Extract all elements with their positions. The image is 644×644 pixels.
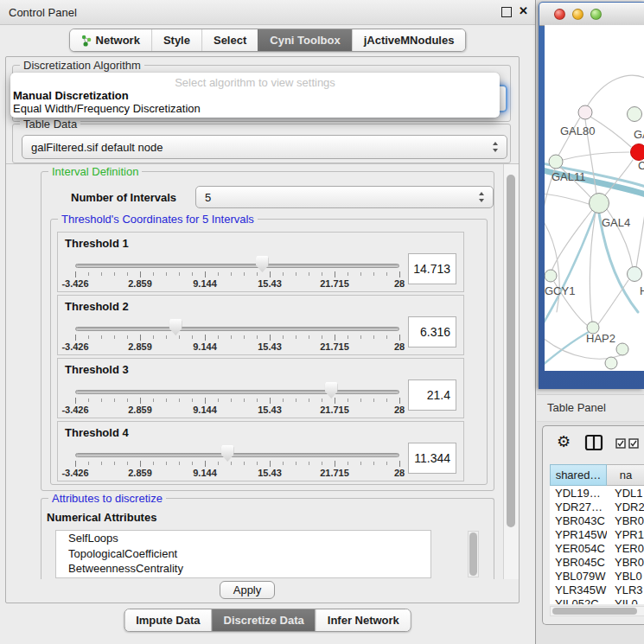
table-row[interactable]: YDL19…YDL1 <box>550 486 644 500</box>
table-row[interactable]: YIL052CYIL0 <box>550 596 644 604</box>
threshold-slider[interactable]: -3.4262.8599.14415.4321.71528 <box>75 379 399 416</box>
tab-cyni-toolbox[interactable]: Cyni Toolbox <box>258 29 351 51</box>
slider-track[interactable] <box>75 390 399 394</box>
network-edge[interactable] <box>545 212 596 324</box>
threshold-value-field[interactable]: 11.344 <box>408 443 456 474</box>
tab-jactivemnodules[interactable]: jActiveMNodules <box>352 29 466 51</box>
table-horizontal-scrollbar[interactable] <box>550 606 644 616</box>
network-edge[interactable] <box>563 152 629 160</box>
table-cell[interactable]: YBR0 <box>607 514 644 527</box>
table-row[interactable]: YBR043CYBR0 <box>550 513 644 527</box>
checkbox-icon[interactable] <box>628 438 639 449</box>
table-row[interactable]: YDR27…YDR2 <box>550 500 644 513</box>
table-row[interactable]: YER054CYER0 <box>550 541 644 555</box>
table-cell[interactable]: YLR3 <box>607 583 644 596</box>
network-edge[interactable] <box>590 213 596 322</box>
table-cell[interactable]: YPR1 <box>607 528 644 541</box>
slider-track[interactable] <box>75 327 399 331</box>
minimize-traffic-light[interactable] <box>572 9 583 20</box>
threshold-value-field[interactable]: 14.713 <box>408 253 456 284</box>
close-icon[interactable]: ✕ <box>519 5 528 17</box>
network-edge[interactable] <box>590 117 631 147</box>
settings-vertical-scrollbar[interactable] <box>503 164 519 579</box>
network-node-GAL80[interactable] <box>578 105 592 119</box>
table-cell[interactable]: YPR145W <box>550 528 607 541</box>
network-node-H[interactable] <box>628 267 642 282</box>
slider-thumb[interactable] <box>325 382 338 399</box>
close-traffic-light[interactable] <box>554 9 565 20</box>
network-node-GA[interactable] <box>628 107 642 122</box>
column-header-shared-name[interactable]: shared… <box>550 464 607 486</box>
network-edge[interactable] <box>586 75 644 108</box>
tab-style[interactable]: Style <box>151 29 201 51</box>
slider-tick-labels: -3.4262.8599.14415.4321.71528 <box>75 405 399 415</box>
network-node-GAL4[interactable] <box>590 194 609 214</box>
dropdown-item-equal-width-frequency[interactable]: Equal Width/Frequency Discretization <box>13 102 201 115</box>
tick-label: 15.43 <box>258 278 282 289</box>
table-cell[interactable]: YLR345W <box>550 583 607 596</box>
tab-infer-network[interactable]: Infer Network <box>316 609 411 631</box>
scrollbar-thumb[interactable] <box>469 532 477 576</box>
table-cell[interactable]: YIL0 <box>607 597 644 605</box>
scrollbar-thumb[interactable] <box>552 608 637 615</box>
table-cell[interactable]: YER0 <box>607 542 644 555</box>
table-cell[interactable]: YBL0 <box>607 570 644 583</box>
network-node-selected-red[interactable] <box>631 144 644 161</box>
dropdown-item-manual-discretization[interactable]: Manual Discretization <box>13 89 129 102</box>
slider-track[interactable] <box>75 453 399 457</box>
threshold-slider[interactable]: -3.4262.8599.14415.4321.71528 <box>75 316 399 353</box>
checkbox-icon[interactable] <box>615 438 626 449</box>
network-node-GAL11[interactable] <box>549 155 563 169</box>
threshold-slider[interactable]: -3.4262.8599.14415.4321.71528 <box>75 253 399 290</box>
attribute-item[interactable]: TopologicalCoefficient <box>56 546 430 562</box>
threshold-slider[interactable]: -3.4262.8599.14415.4321.71528 <box>75 443 399 479</box>
tab-select[interactable]: Select <box>201 29 258 51</box>
zoom-traffic-light[interactable] <box>590 9 602 20</box>
table-cell[interactable]: YIL052C <box>550 597 607 605</box>
split-columns-icon[interactable] <box>584 434 603 451</box>
attributes-scrollbar[interactable] <box>468 531 479 577</box>
table-cell[interactable]: YDL1 <box>607 487 644 500</box>
attribute-item[interactable]: SelfLoops <box>56 531 430 546</box>
network-edge[interactable] <box>598 280 628 324</box>
table-row[interactable]: YPR145WYPR1 <box>550 527 644 541</box>
tab-network[interactable]: Network <box>70 29 151 51</box>
network-canvas[interactable]: GAL80GACGAL11GAL4GCY1HHAP2 <box>545 25 644 371</box>
table-cell[interactable]: YDL19… <box>550 487 607 500</box>
numerical-attributes-list[interactable]: SelfLoopsTopologicalCoefficientBetweenne… <box>55 530 431 578</box>
table-cell[interactable]: YDR27… <box>550 501 607 513</box>
attribute-item[interactable]: BetweennessCentrality <box>56 561 430 577</box>
table-cell[interactable]: YBR0 <box>607 556 644 569</box>
threshold-value-field[interactable]: 21.4 <box>408 379 456 411</box>
network-edge[interactable] <box>545 330 592 365</box>
table-cell[interactable]: YBR043C <box>550 514 607 527</box>
table-row[interactable]: YBL079WYBL0 <box>550 569 644 583</box>
table-row[interactable]: YLR345WYLR3 <box>550 583 644 596</box>
screen: Control Panel ✕ Network Style Select Cyn… <box>0 0 644 644</box>
table-cell[interactable]: YER054C <box>550 542 607 555</box>
network-edge[interactable] <box>545 194 589 204</box>
table-row[interactable]: YBR045CYBR0 <box>550 555 644 569</box>
table-cell[interactable]: YBL079W <box>550 570 607 583</box>
slider-thumb[interactable] <box>221 445 234 462</box>
table-cell[interactable]: YBR045C <box>550 556 607 569</box>
column-header-name[interactable]: na <box>607 464 644 486</box>
gear-icon[interactable]: ⚙ <box>557 432 571 451</box>
number-of-intervals-combobox[interactable]: 5 <box>195 186 494 208</box>
slider-thumb[interactable] <box>256 256 269 272</box>
table-cell[interactable]: YDR2 <box>607 501 644 513</box>
network-node-GCY1[interactable] <box>545 270 557 282</box>
network-node-node[interactable] <box>616 343 628 355</box>
table-data-combobox[interactable]: galFiltered.sif default node <box>22 135 507 159</box>
threshold-value-field[interactable]: 6.316 <box>408 316 456 348</box>
float-window-icon[interactable] <box>501 7 512 17</box>
slider-track[interactable] <box>75 264 399 268</box>
tab-discretize-data[interactable]: Discretize Data <box>212 609 316 631</box>
network-node-node[interactable] <box>605 357 617 369</box>
network-edge[interactable] <box>636 198 644 267</box>
tab-impute-data[interactable]: Impute Data <box>124 609 211 631</box>
slider-thumb[interactable] <box>169 319 182 335</box>
apply-button[interactable]: Apply <box>220 581 275 599</box>
scrollbar-thumb[interactable] <box>507 175 515 527</box>
tab-label: Network <box>96 34 140 47</box>
